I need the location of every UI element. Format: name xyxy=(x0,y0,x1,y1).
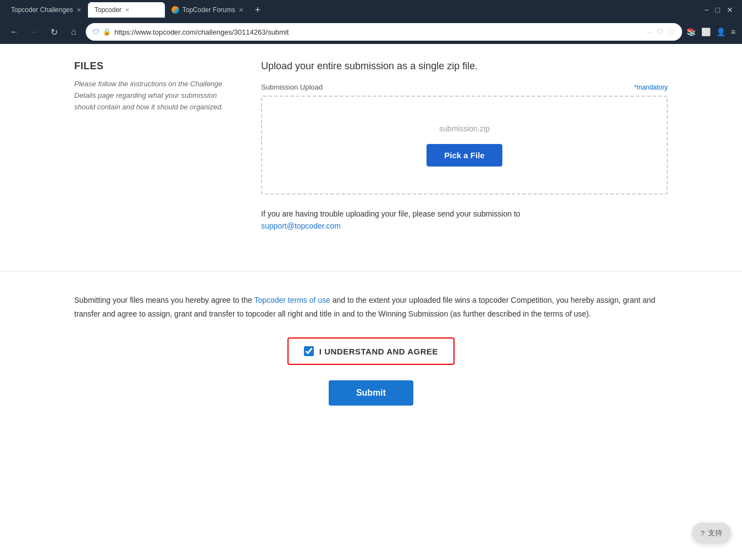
submission-label-row: Submission Upload *mandatory xyxy=(261,83,668,91)
support-widget-icon: ? xyxy=(701,529,705,537)
support-widget[interactable]: ? 支持 xyxy=(692,523,731,544)
browser-chrome: Topcoder Challenges ✕ Topcoder ✕ TopCode… xyxy=(0,0,742,44)
files-description: Please follow the instructions on the Ch… xyxy=(74,79,239,113)
section-divider xyxy=(0,271,742,271)
address-bar: ← → ↻ ⌂ 🛡 🔒 https://www.topcoder.com/cha… xyxy=(0,20,742,44)
tc-forums-icon xyxy=(171,6,179,14)
overflow-menu-icon[interactable]: ··· xyxy=(645,27,652,36)
tab-label: TopCoder Forums xyxy=(182,6,235,14)
submission-label: Submission Upload xyxy=(261,83,323,91)
window-controls: − □ ✕ xyxy=(704,5,738,14)
page-content: FILES Please follow the instructions on … xyxy=(0,44,742,560)
agree-section: I UNDERSTAND AND AGREE xyxy=(74,337,668,365)
close-tab-1-icon[interactable]: ✕ xyxy=(76,7,81,14)
files-heading: FILES xyxy=(74,60,239,72)
right-panel: Upload your entire submission as a singl… xyxy=(261,60,668,232)
shield-icon: 🛡 xyxy=(92,28,99,36)
menu-icon[interactable]: ≡ xyxy=(731,27,735,36)
trouble-text-content: If you are having trouble uploading your… xyxy=(261,209,520,218)
address-actions: ··· 🛡 ☆ xyxy=(645,27,675,36)
maximize-button[interactable]: □ xyxy=(716,5,720,14)
close-tab-2-icon[interactable]: ✕ xyxy=(125,7,130,14)
new-tab-button[interactable]: + xyxy=(250,2,265,18)
tab-topcoder-challenges[interactable]: Topcoder Challenges ✕ xyxy=(4,2,88,18)
toolbar-right: 📚 ⬜ 👤 ≡ xyxy=(686,27,735,36)
terms-text-before: Submitting your files means you hereby a… xyxy=(74,296,254,304)
agree-box: I UNDERSTAND AND AGREE xyxy=(287,337,455,365)
section-layout: FILES Please follow the instructions on … xyxy=(74,60,668,232)
submit-section: Submit xyxy=(74,380,668,406)
minimize-button[interactable]: − xyxy=(704,5,708,14)
close-window-button[interactable]: ✕ xyxy=(727,5,733,14)
dropzone-placeholder: submission.zip xyxy=(439,124,490,133)
star-icon[interactable]: ☆ xyxy=(668,27,675,36)
address-url: https://www.topcoder.com/challenges/3011… xyxy=(114,28,642,36)
tab-topcoder[interactable]: Topcoder ✕ xyxy=(88,2,165,18)
refresh-button[interactable]: ↻ xyxy=(46,24,62,40)
profile-icon[interactable]: 👤 xyxy=(716,27,726,36)
lock-icon: 🔒 xyxy=(103,28,111,36)
support-email-link[interactable]: support@topcoder.com xyxy=(261,221,341,230)
bookmark-icon[interactable]: 🛡 xyxy=(656,27,664,36)
terms-section: Submitting your files means you hereby a… xyxy=(41,293,701,450)
address-input-wrap[interactable]: 🛡 🔒 https://www.topcoder.com/challenges/… xyxy=(86,23,682,41)
upload-dropzone[interactable]: submission.zip Pick a File xyxy=(261,96,668,195)
tab-bar: Topcoder Challenges ✕ Topcoder ✕ TopCode… xyxy=(0,0,742,20)
agree-checkbox[interactable] xyxy=(304,346,314,356)
terms-link[interactable]: Topcoder terms of use xyxy=(254,296,330,304)
library-icon[interactable]: 📚 xyxy=(686,27,696,36)
left-panel: FILES Please follow the instructions on … xyxy=(74,60,239,232)
terms-text: Submitting your files means you hereby a… xyxy=(74,293,668,321)
close-tab-3-icon[interactable]: ✕ xyxy=(239,7,243,14)
support-widget-label: 支持 xyxy=(708,528,722,538)
sidebar-icon[interactable]: ⬜ xyxy=(701,27,711,36)
tab-label: Topcoder Challenges xyxy=(11,6,73,14)
trouble-text: If you are having trouble uploading your… xyxy=(261,208,668,232)
submit-button[interactable]: Submit xyxy=(329,380,413,406)
pick-file-button[interactable]: Pick a File xyxy=(427,144,502,167)
upload-title: Upload your entire submission as a singl… xyxy=(261,60,668,72)
tab-label: Topcoder xyxy=(95,6,121,14)
forward-button[interactable]: → xyxy=(26,24,42,40)
agree-label: I UNDERSTAND AND AGREE xyxy=(319,347,438,356)
home-button[interactable]: ⌂ xyxy=(66,24,81,40)
back-button[interactable]: ← xyxy=(7,24,22,40)
mandatory-label: *mandatory xyxy=(634,84,668,91)
tab-topcoder-forums[interactable]: TopCoder Forums ✕ xyxy=(165,2,250,18)
